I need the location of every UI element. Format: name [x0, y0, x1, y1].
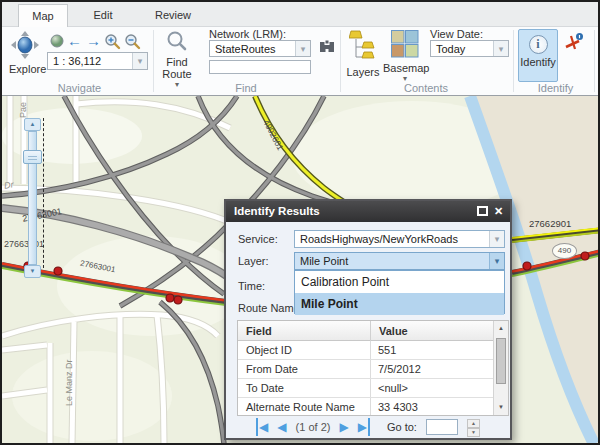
next-extent-icon[interactable]: → [86, 32, 101, 49]
spinner-up-icon[interactable]: ▲ [467, 419, 480, 428]
explore-button[interactable]: Explore [9, 31, 45, 75]
group-label-navigate: Navigate [7, 82, 152, 94]
layer-dropdown-list: Calibration Point Mile Point [294, 270, 505, 314]
layers-label: Layers [345, 66, 381, 78]
group-separator [594, 30, 595, 92]
binoculars-icon[interactable] [318, 39, 336, 55]
zoom-slider-thumb[interactable] [23, 150, 42, 164]
close-icon[interactable]: ✕ [492, 203, 505, 219]
identify-icon: i [529, 35, 548, 54]
identify-route-location-icon[interactable] [563, 32, 585, 52]
network-lrm-label: Network (LRM): [209, 28, 286, 40]
view-date-combobox[interactable]: Today ▾ [430, 40, 509, 57]
goto-input[interactable] [426, 419, 458, 435]
service-combobox[interactable]: RoadsHighways/NewYorkRoads ▾ [294, 230, 505, 248]
layer-dropdown-arrow-icon[interactable]: ▾ [489, 253, 504, 269]
route-shield-label: 490 [558, 246, 571, 255]
service-dropdown-arrow-icon[interactable]: ▾ [489, 231, 504, 247]
dialog-title: Identify Results [234, 205, 320, 217]
tab-review[interactable]: Review [138, 4, 208, 27]
next-page-icon[interactable]: ▶ [339, 418, 348, 436]
view-date-dropdown-arrow-icon[interactable]: ▾ [493, 41, 508, 56]
basemap-button[interactable]: Basemap ▾ [383, 30, 427, 86]
scrollbar-thumb[interactable] [496, 338, 506, 384]
find-route-label-1: Find [158, 56, 196, 68]
maximize-icon[interactable] [477, 206, 488, 216]
service-label: Service: [238, 233, 278, 245]
dropdown-option-calibration-point[interactable]: Calibration Point [295, 271, 504, 293]
table-row: To Date <null> [238, 379, 493, 398]
cell-field: Object ID [238, 341, 370, 360]
table-scrollbar[interactable]: ▲ ▼ [493, 321, 508, 415]
last-page-icon[interactable]: ▶ [358, 418, 370, 436]
layer-label: Layer: [238, 255, 269, 267]
layers-icon [349, 30, 377, 62]
street-label: Le Manz Dr [64, 359, 74, 406]
zoom-slider-ticks [43, 118, 44, 268]
app-window: Map Edit Review Explore ← → [0, 0, 600, 445]
cell-field: To Date [238, 379, 370, 398]
zoom-slider[interactable]: ▲ ▼ [23, 118, 43, 278]
layers-button[interactable]: Layers [345, 30, 381, 78]
find-route-button[interactable]: Find Route ▾ [158, 30, 196, 82]
cell-field: From Date [238, 360, 370, 379]
view-date-value: Today [431, 43, 493, 55]
tab-map[interactable]: Map [18, 4, 68, 27]
previous-extent-icon[interactable]: ← [67, 32, 82, 49]
scroll-up-icon[interactable]: ▲ [495, 322, 507, 335]
network-combobox[interactable]: StateRoutes ▾ [209, 40, 311, 57]
page-status: (1 of 2) [296, 421, 331, 433]
full-extent-globe-icon[interactable] [50, 34, 64, 48]
dialog-titlebar[interactable]: Identify Results ✕ [226, 201, 510, 222]
zoom-in-icon[interactable] [104, 33, 122, 51]
scale-combobox[interactable]: 1 : 36,112 ▾ [47, 52, 148, 70]
route-input[interactable] [209, 60, 311, 74]
table-row: Object ID 551 [238, 341, 493, 360]
column-header-value: Value [370, 321, 493, 341]
column-divider [370, 360, 371, 378]
network-value: StateRoutes [210, 43, 295, 55]
service-value: RoadsHighways/NewYorkRoads [295, 233, 489, 245]
cell-field: Alternate Route Name [238, 398, 370, 416]
cell-value: 33 4303 [370, 398, 493, 416]
view-date-label: View Date: [430, 28, 483, 40]
pagination-bar: ◀ ◀ (1 of 2) ▶ ▶ Go to: ▲ ▼ [226, 417, 510, 437]
cell-value: <null> [370, 379, 493, 398]
scale-value: 1 : 36,112 [48, 55, 132, 67]
street-label: Dr [3, 179, 14, 190]
identify-results-dialog: Identify Results ✕ Service: RoadsHighway… [224, 199, 512, 440]
first-page-icon[interactable]: ◀ [256, 418, 268, 436]
column-divider [370, 341, 371, 359]
basemap-label: Basemap [383, 62, 427, 74]
zoom-out-icon[interactable] [124, 33, 142, 51]
previous-page-icon[interactable]: ◀ [277, 418, 286, 436]
column-divider [370, 398, 371, 416]
identify-button[interactable]: i Identify [518, 29, 558, 82]
scroll-down-icon[interactable]: ▼ [495, 401, 507, 414]
table-row: Alternate Route Name 33 4303 [238, 398, 493, 416]
street-label: Pae [18, 102, 28, 118]
zoom-slider-up-icon[interactable]: ▲ [24, 118, 41, 131]
network-dropdown-arrow-icon[interactable]: ▾ [295, 41, 310, 56]
goto-label: Go to: [387, 421, 417, 433]
route-label: 27662901 [529, 218, 571, 229]
explore-pad-icon [9, 31, 41, 59]
cell-value: 551 [370, 341, 493, 360]
group-label-contents: Contents [340, 82, 512, 94]
zoom-slider-down-icon[interactable]: ▼ [24, 265, 41, 278]
group-label-identify: Identify [513, 82, 598, 94]
find-route-magnifier-icon [166, 30, 188, 52]
map-canvas[interactable]: 27663001 27663101 27663001 4902601 27662… [2, 95, 598, 443]
spinner-down-icon[interactable]: ▼ [467, 428, 480, 437]
find-route-label-2: Route [158, 68, 196, 80]
explore-label: Explore [9, 63, 45, 75]
ribbon: Map Edit Review Explore ← → [2, 2, 598, 95]
group-label-find: Find [153, 82, 339, 94]
tab-edit[interactable]: Edit [68, 4, 138, 27]
identify-label: Identify [519, 56, 557, 68]
route-shield: 490 [552, 243, 577, 259]
dropdown-option-mile-point[interactable]: Mile Point [295, 293, 504, 315]
layer-combobox[interactable]: Mile Point ▾ [294, 252, 505, 270]
scale-dropdown-arrow-icon[interactable]: ▾ [132, 53, 147, 69]
goto-spinner[interactable]: ▲ ▼ [467, 419, 480, 436]
